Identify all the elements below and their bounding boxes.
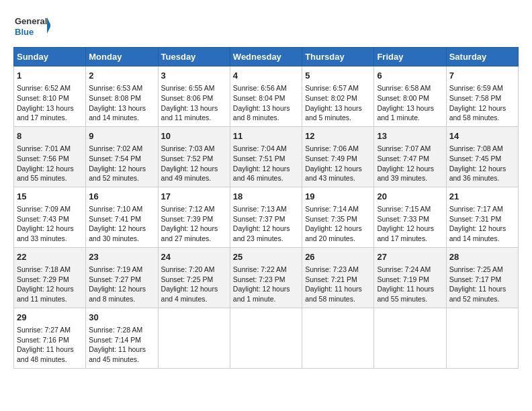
calendar-cell: 21Sunrise: 7:17 AMSunset: 7:31 PMDayligh… [446, 187, 518, 247]
calendar-cell: 8Sunrise: 7:01 AMSunset: 7:56 PMDaylight… [14, 126, 86, 187]
day-info: Sunset: 7:39 PM [161, 214, 227, 224]
day-info: Sunset: 7:45 PM [449, 154, 515, 164]
day-info: Sunrise: 7:20 AM [161, 265, 227, 275]
day-info: Sunrise: 7:06 AM [305, 144, 371, 154]
day-info: Daylight: 13 hours and 1 minute. [377, 103, 443, 123]
calendar-cell: 15Sunrise: 7:09 AMSunset: 7:43 PMDayligh… [14, 187, 86, 247]
calendar-cell: 11Sunrise: 7:04 AMSunset: 7:51 PMDayligh… [230, 126, 302, 187]
day-number: 18 [233, 191, 299, 203]
day-info: Sunrise: 7:27 AM [17, 325, 83, 335]
day-info: Sunrise: 7:10 AM [89, 204, 154, 214]
day-info: Sunrise: 7:18 AM [17, 265, 83, 275]
day-info: Sunset: 7:52 PM [161, 154, 227, 164]
day-number: 12 [305, 130, 371, 142]
day-info: Sunset: 7:19 PM [377, 275, 443, 285]
day-info: Sunset: 8:08 PM [89, 93, 154, 103]
day-info: Daylight: 11 hours and 55 minutes. [377, 284, 443, 304]
day-info: Sunrise: 7:04 AM [233, 144, 299, 154]
day-info: Daylight: 12 hours and 33 minutes. [17, 224, 83, 243]
day-number: 30 [89, 312, 154, 324]
week-row: 15Sunrise: 7:09 AMSunset: 7:43 PMDayligh… [14, 187, 519, 247]
day-info: Sunset: 7:56 PM [17, 154, 83, 164]
logo: General Blue [13, 13, 50, 40]
day-info: Sunset: 7:54 PM [89, 154, 154, 164]
day-number: 11 [233, 130, 299, 142]
day-info: Sunrise: 6:56 AM [233, 83, 299, 93]
day-info: Sunset: 7:41 PM [89, 214, 154, 224]
day-number: 23 [89, 251, 154, 263]
svg-text:Blue: Blue [15, 27, 34, 37]
calendar-cell [302, 308, 374, 368]
day-number: 8 [17, 130, 83, 142]
day-info: Sunset: 7:33 PM [377, 214, 443, 224]
day-number: 15 [17, 191, 83, 203]
day-info: Daylight: 12 hours and 52 minutes. [89, 164, 154, 183]
day-number: 26 [305, 251, 371, 263]
day-info: Daylight: 11 hours and 52 minutes. [449, 284, 515, 304]
day-number: 28 [449, 251, 515, 263]
page-header: General Blue [13, 13, 519, 40]
col-header-saturday: Saturday [446, 48, 518, 66]
calendar-cell: 9Sunrise: 7:02 AMSunset: 7:54 PMDaylight… [86, 126, 158, 187]
day-number: 21 [449, 191, 515, 203]
week-row: 8Sunrise: 7:01 AMSunset: 7:56 PMDaylight… [14, 126, 519, 187]
week-row: 22Sunrise: 7:18 AMSunset: 7:29 PMDayligh… [14, 247, 519, 308]
day-info: Daylight: 12 hours and 20 minutes. [305, 224, 371, 243]
day-info: Daylight: 12 hours and 58 minutes. [449, 103, 515, 123]
day-info: Sunset: 7:27 PM [89, 275, 154, 285]
day-info: Sunrise: 6:53 AM [89, 83, 154, 93]
day-info: Sunset: 7:47 PM [377, 154, 443, 164]
svg-marker-2 [47, 17, 50, 34]
day-number: 4 [233, 70, 299, 82]
day-info: Daylight: 12 hours and 4 minutes. [161, 284, 227, 304]
day-info: Sunrise: 7:28 AM [89, 325, 154, 335]
calendar-cell: 22Sunrise: 7:18 AMSunset: 7:29 PMDayligh… [14, 247, 86, 308]
day-info: Sunrise: 7:08 AM [449, 144, 515, 154]
day-info: Daylight: 12 hours and 17 minutes. [377, 224, 443, 243]
day-info: Sunrise: 7:09 AM [17, 204, 83, 214]
day-info: Sunrise: 7:07 AM [377, 144, 443, 154]
col-header-wednesday: Wednesday [230, 48, 302, 66]
calendar-cell: 10Sunrise: 7:03 AMSunset: 7:52 PMDayligh… [158, 126, 230, 187]
day-info: Daylight: 12 hours and 14 minutes. [449, 224, 515, 243]
calendar-cell: 30Sunrise: 7:28 AMSunset: 7:14 PMDayligh… [86, 308, 158, 368]
calendar-cell: 3Sunrise: 6:55 AMSunset: 8:06 PMDaylight… [158, 66, 230, 127]
day-number: 9 [89, 130, 154, 142]
day-info: Daylight: 11 hours and 45 minutes. [89, 345, 154, 364]
day-info: Daylight: 11 hours and 48 minutes. [17, 345, 83, 364]
calendar-cell: 14Sunrise: 7:08 AMSunset: 7:45 PMDayligh… [446, 126, 518, 187]
day-info: Sunrise: 7:22 AM [233, 265, 299, 275]
calendar-cell: 4Sunrise: 6:56 AMSunset: 8:04 PMDaylight… [230, 66, 302, 127]
day-info: Sunrise: 7:15 AM [377, 204, 443, 214]
day-info: Sunset: 8:00 PM [377, 93, 443, 103]
day-number: 17 [161, 191, 227, 203]
day-info: Daylight: 12 hours and 36 minutes. [449, 164, 515, 183]
calendar-cell: 28Sunrise: 7:25 AMSunset: 7:17 PMDayligh… [446, 247, 518, 308]
calendar-cell: 6Sunrise: 6:58 AMSunset: 8:00 PMDaylight… [374, 66, 446, 127]
day-info: Sunrise: 7:01 AM [17, 144, 83, 154]
day-info: Sunset: 8:02 PM [305, 93, 371, 103]
day-info: Daylight: 13 hours and 17 minutes. [17, 103, 83, 123]
day-info: Sunset: 7:16 PM [17, 335, 83, 345]
calendar-table: SundayMondayTuesdayWednesdayThursdayFrid… [13, 47, 519, 369]
day-info: Daylight: 12 hours and 23 minutes. [233, 224, 299, 243]
day-info: Sunset: 7:14 PM [89, 335, 154, 345]
calendar-cell: 13Sunrise: 7:07 AMSunset: 7:47 PMDayligh… [374, 126, 446, 187]
calendar-cell: 12Sunrise: 7:06 AMSunset: 7:49 PMDayligh… [302, 126, 374, 187]
day-info: Sunrise: 7:02 AM [89, 144, 154, 154]
calendar-cell: 23Sunrise: 7:19 AMSunset: 7:27 PMDayligh… [86, 247, 158, 308]
calendar-cell [446, 308, 518, 368]
day-info: Sunset: 7:37 PM [233, 214, 299, 224]
day-number: 10 [161, 130, 227, 142]
calendar-cell: 26Sunrise: 7:23 AMSunset: 7:21 PMDayligh… [302, 247, 374, 308]
day-info: Daylight: 12 hours and 43 minutes. [305, 164, 371, 183]
day-info: Daylight: 13 hours and 8 minutes. [233, 103, 299, 123]
week-row: 1Sunrise: 6:52 AMSunset: 8:10 PMDaylight… [14, 66, 519, 127]
day-number: 2 [89, 70, 154, 82]
col-header-sunday: Sunday [14, 48, 86, 66]
day-info: Daylight: 13 hours and 14 minutes. [89, 103, 154, 123]
week-row: 29Sunrise: 7:27 AMSunset: 7:16 PMDayligh… [14, 308, 519, 368]
calendar-cell: 24Sunrise: 7:20 AMSunset: 7:25 PMDayligh… [158, 247, 230, 308]
col-header-tuesday: Tuesday [158, 48, 230, 66]
day-number: 27 [377, 251, 443, 263]
